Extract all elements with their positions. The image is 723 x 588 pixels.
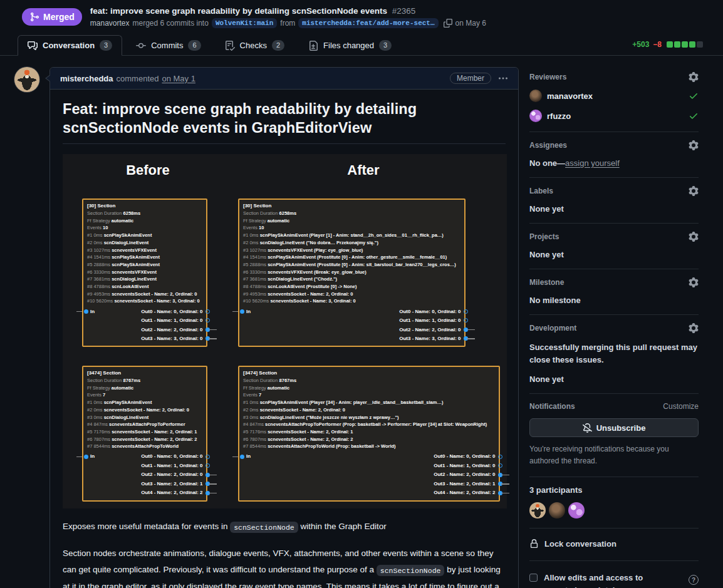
out-socket-label: Out2 - Name: 2, Ordinal: 0 <box>141 326 202 334</box>
diff-block <box>682 41 688 48</box>
tab-conversation[interactable]: Conversation3 <box>18 35 122 56</box>
tab-checks[interactable]: Checks2 <box>215 35 294 56</box>
socket-dot <box>205 463 210 468</box>
approved-check-icon <box>689 111 699 121</box>
socket-dot <box>205 309 210 314</box>
approved-check-icon <box>689 91 699 101</box>
status-badge-label: Merged <box>43 12 75 22</box>
node-sockets: InOut0 - Name: 0, Ordinal: 0Out1 - Name:… <box>83 307 206 343</box>
node-meta-row: Ff Strategy automatic <box>87 217 202 225</box>
avatar-misterchedda[interactable] <box>529 502 546 518</box>
node-sockets: InOut0 - Name: 0, Ordinal: 0Out1 - Name:… <box>239 452 499 498</box>
unsubscribe-button[interactable]: Unsubscribe <box>529 418 699 437</box>
question-icon[interactable]: ? <box>689 575 699 585</box>
out-socket-label: Out0 - Name: 0, Ordinal: 0 <box>399 308 460 316</box>
milestone-title: Milestone <box>529 278 564 287</box>
gear-icon[interactable] <box>689 323 699 333</box>
node-event-row: #4 1541ms scnPlaySkAnimEvent <box>87 254 202 261</box>
node-meta-row: Ff Strategy automatic <box>243 384 495 392</box>
kebab-menu-button[interactable] <box>498 73 508 83</box>
out-socket-label: Out1 - Name: 1, Ordinal: 0 <box>141 317 202 324</box>
node-event-row: #9 4953ms scneventsSocket - Name: 2, Ord… <box>243 291 460 298</box>
avatar-rfuzzo[interactable] <box>529 110 542 122</box>
tab-commits[interactable]: Commits6 <box>126 35 211 56</box>
inline-code: scnSectionNode <box>230 522 298 533</box>
socket-dot <box>464 309 468 314</box>
milestone-section: Milestone No milestone <box>529 269 699 315</box>
scene-node-after-top: [30] SectionSection Duration 6258msFf St… <box>238 199 466 347</box>
node-event-row: #4 847ms scneventsAttachPropToPerformer <box>87 421 202 428</box>
tab-label: Files changed <box>323 40 374 51</box>
comment-author-link[interactable]: misterchedda <box>60 74 113 83</box>
node-event-row: #1 0ms scnPlaySkAnimEvent <box>87 399 202 406</box>
avatar-misterchedda[interactable] <box>14 67 39 92</box>
tab-files-changed[interactable]: Files changed3 <box>298 35 402 56</box>
gear-icon[interactable] <box>689 277 699 287</box>
node-meta-row: Ff Strategy automatic <box>243 217 460 225</box>
reviewer-name-link[interactable]: rfuzzo <box>547 111 571 121</box>
socket-dot <box>464 318 468 322</box>
node-event-row: #3 1027ms scneventsVFXEvent (Play: eye_g… <box>243 247 460 254</box>
connection-stub <box>501 475 509 476</box>
connection-stub <box>209 483 217 485</box>
customize-link[interactable]: Customize <box>663 402 699 411</box>
out-socket-row: Out2 - Name: 2, Ordinal: 0 <box>83 325 206 334</box>
comment-timestamp-link[interactable]: on May 1 <box>162 74 195 83</box>
github-pr-page: Merged feat: improve scene graph readabi… <box>0 0 723 588</box>
projects-title: Projects <box>529 232 559 241</box>
avatar-manavortex[interactable] <box>549 502 565 518</box>
before-after-image[interactable]: Before After [30] SectionSection Duratio… <box>63 154 507 508</box>
out-socket-label: Out0 - Name: 0, Ordinal: 0 <box>434 453 495 460</box>
reviewer-name-link[interactable]: manavortex <box>547 91 593 101</box>
development-empty-text: None yet <box>529 374 699 384</box>
comment-body: Feat: improve scene graph readability by… <box>50 90 518 588</box>
copy-icon[interactable] <box>444 19 452 28</box>
out-socket-row: Out1 - Name: 1, Ordinal: 0 <box>83 316 206 326</box>
maintainer-edit-checkbox[interactable] <box>529 574 538 582</box>
scene-node-before-top: [30] SectionSection Duration 6258msFf St… <box>82 199 207 347</box>
avatar-rfuzzo[interactable] <box>568 502 585 518</box>
out-socket-row: Out1 - Name: 1, Ordinal: 0 <box>239 316 464 326</box>
avatar-manavortex[interactable] <box>529 90 542 102</box>
pr-merger-link[interactable]: manavortex <box>90 19 130 28</box>
out-socket-row: Out0 - Name: 0, Ordinal: 0 <box>83 452 206 462</box>
main-layout: misterchedda commented on May 1 Member F… <box>0 56 723 588</box>
development-text: Successfully merging this pull request m… <box>529 341 699 366</box>
projects-empty-text: None yet <box>529 250 699 259</box>
node-event-row: #5 2888ms scnPlaySkAnimEvent (Prostitute… <box>243 261 460 269</box>
diff-block <box>667 41 673 48</box>
socket-dot <box>498 455 502 459</box>
gear-icon[interactable] <box>689 140 699 150</box>
head-branch-label[interactable]: misterchedda:feat/add-more-sect… <box>298 18 438 28</box>
node-meta-row: Events 10 <box>243 224 460 232</box>
additions-count: +503 <box>632 40 649 49</box>
socket-dot <box>498 463 502 468</box>
lock-conversation-button[interactable]: Lock conversation <box>529 537 699 551</box>
out-socket-row: Out1 - Name: 1, Ordinal: 0 <box>239 462 499 471</box>
node-meta-row: Events 7 <box>243 391 495 399</box>
node-event-row: #6 3330ms scneventsVFXEvent <box>87 269 202 276</box>
node-meta-row: Events 10 <box>87 224 202 232</box>
git-merge-icon <box>29 12 39 22</box>
node-event-row: #1 0ms scnPlaySkAnimEvent (Player [34] -… <box>243 399 495 406</box>
pr-head-text: feat: improve scene graph readability by… <box>90 6 486 28</box>
node-event-row: #2 0ms scnDialogLineEvent <box>87 239 202 247</box>
out-socket-label: Out3 - Name: 2, Ordinal: 1 <box>434 480 495 488</box>
assign-yourself-link[interactable]: assign yourself <box>565 158 620 168</box>
node-title: [30] Section <box>243 202 460 210</box>
out-socket-row: Out0 - Name: 0, Ordinal: 0 <box>239 307 464 316</box>
gear-icon[interactable] <box>689 186 699 196</box>
diffstat-blocks <box>667 41 703 48</box>
labels-section: Labels None yet <box>529 178 699 224</box>
socket-dot <box>205 455 210 459</box>
base-branch-label[interactable]: WolvenKit:main <box>212 18 277 28</box>
node-event-row: #8 4788ms scnLookAtEvent <box>87 283 202 291</box>
diff-block <box>674 41 680 48</box>
node-event-row: #10 5620ms scneventsSocket - Name: 3, Or… <box>243 297 460 305</box>
comment-action-text: commented <box>117 74 159 83</box>
gear-icon[interactable] <box>689 72 699 82</box>
out-socket-label: Out0 - Name: 0, Ordinal: 0 <box>141 308 202 316</box>
gear-icon[interactable] <box>689 232 699 242</box>
connection-stub <box>501 483 509 485</box>
node-event-row: #6 7807ms scneventsSocket - Name: 2, Ord… <box>243 436 495 443</box>
